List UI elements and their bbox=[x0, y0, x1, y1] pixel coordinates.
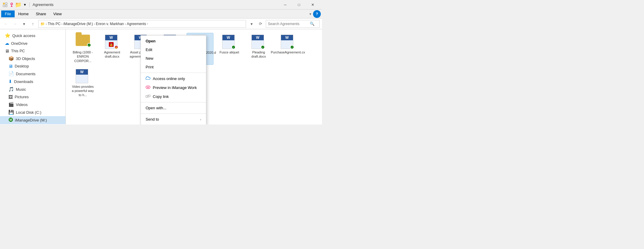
menu-share[interactable]: Share bbox=[32, 10, 50, 17]
pin-icon[interactable] bbox=[9, 2, 14, 7]
breadcrumb-imanage[interactable]: iManageDrive (M:) bbox=[63, 22, 93, 26]
onedrive-icon: ☁ bbox=[5, 41, 9, 46]
context-menu: Open Edit New Print Access online only bbox=[141, 35, 206, 124]
breadcrumb-bar[interactable]: 📁 › This PC › iManageDrive (M:) › Enron … bbox=[38, 20, 246, 28]
eye-icon bbox=[146, 85, 150, 90]
ctx-sep-3 bbox=[141, 113, 206, 114]
downloads-icon: ⬇ bbox=[8, 79, 12, 84]
menu-home[interactable]: Home bbox=[15, 10, 32, 17]
badge-green-pleading: ✓ bbox=[261, 45, 265, 49]
menu-file[interactable]: File bbox=[1, 10, 15, 17]
title-bar: 📁 ▾ Agreements ─ □ ✕ bbox=[0, 0, 322, 10]
sidebar-label-this-pc: This PC bbox=[11, 49, 25, 53]
breadcrumb-agreements[interactable]: Agreements bbox=[127, 22, 146, 26]
help-button[interactable]: ? bbox=[313, 10, 321, 18]
sidebar-item-music[interactable]: 🎵 Music bbox=[0, 85, 65, 93]
ctx-edit[interactable]: Edit bbox=[141, 45, 206, 54]
badge-green-fusce: ✓ bbox=[231, 45, 236, 49]
music-icon: 🎵 bbox=[8, 87, 14, 92]
ctx-preview-imanage[interactable]: Preview in iManage Work bbox=[141, 83, 206, 92]
folder-icon-billing: ✓ bbox=[76, 35, 90, 49]
refresh-button[interactable]: ⟳ bbox=[257, 20, 264, 27]
title-bar-icons: 📁 ▾ bbox=[2, 2, 28, 7]
sidebar-label-music: Music bbox=[16, 87, 26, 92]
badge-green-billing: ✓ bbox=[87, 43, 91, 47]
word-icon-pleading: W ✓ bbox=[251, 35, 266, 49]
forward-button[interactable]: → bbox=[11, 20, 19, 27]
sidebar-item-downloads[interactable]: ⬇ Downloads bbox=[0, 78, 65, 85]
close-button[interactable]: ✕ bbox=[306, 0, 320, 10]
this-pc-icon: 🖥 bbox=[5, 48, 9, 53]
ctx-open-with-label: Open with... bbox=[146, 106, 166, 110]
sidebar-item-pictures[interactable]: 🖼 Pictures bbox=[0, 93, 65, 101]
desktop-icon: 🖥 bbox=[8, 64, 13, 69]
quick-access-icon[interactable] bbox=[2, 2, 8, 7]
dropdown-arrow-icon[interactable]: ▾ bbox=[22, 2, 28, 7]
svg-text:🔒: 🔒 bbox=[109, 43, 113, 47]
ctx-preview-label: Preview in iManage Work bbox=[153, 85, 197, 90]
ctx-print[interactable]: Print bbox=[141, 63, 206, 71]
sidebar: ⭐ Quick access ☁ OneDrive 🖥 This PC 📦 3D… bbox=[0, 29, 66, 124]
breadcrumb-expand-icon[interactable]: › bbox=[147, 22, 148, 25]
file-label-video: Video provides a powerful way to h... bbox=[71, 84, 94, 97]
file-label-billing: Billing (1000 - ENRON CORPOR... bbox=[71, 50, 94, 63]
folder-title-icon: 📁 bbox=[16, 2, 21, 7]
sidebar-item-imanage[interactable]: M iManageDrive (M:) bbox=[0, 116, 65, 124]
documents-icon: 📄 bbox=[8, 71, 14, 76]
sidebar-item-local-disk[interactable]: 💾 Local Disk (C:) bbox=[0, 108, 65, 116]
link-icon bbox=[146, 94, 150, 99]
file-item-purchase-agreement[interactable]: W ✓ PurchaseAgreement.cx bbox=[274, 33, 301, 65]
ctx-access-online[interactable]: Access online only bbox=[141, 74, 206, 83]
sidebar-item-videos[interactable]: 🎬 Videos bbox=[0, 101, 65, 108]
maximize-button[interactable]: □ bbox=[292, 0, 306, 10]
minimize-button[interactable]: ─ bbox=[278, 0, 292, 10]
sidebar-item-quick-access[interactable]: ⭐ Quick access bbox=[0, 32, 65, 39]
svg-rect-3 bbox=[5, 5, 7, 7]
breadcrumb-enron[interactable]: Enron v. Markhan bbox=[96, 22, 124, 26]
file-area: ✓ Billing (1000 - ENRON CORPOR... W 🔒 🔒 … bbox=[66, 29, 322, 124]
svg-rect-2 bbox=[3, 5, 5, 7]
sidebar-item-documents[interactable]: 📄 Documents bbox=[0, 70, 65, 78]
ctx-open-label: Open bbox=[146, 39, 155, 43]
file-item-pleading[interactable]: W ✓ Pleading draft.docx bbox=[245, 33, 272, 65]
ctx-new[interactable]: New bbox=[141, 54, 206, 63]
sidebar-item-desktop[interactable]: 🖥 Desktop bbox=[0, 62, 65, 70]
ctx-edit-label: Edit bbox=[146, 47, 152, 52]
breadcrumb-this-pc[interactable]: This PC bbox=[48, 22, 61, 26]
search-input[interactable] bbox=[268, 22, 310, 26]
collapse-ribbon-icon[interactable]: ▾ bbox=[309, 12, 311, 16]
word-icon-fusce: W ✓ bbox=[222, 35, 236, 49]
sidebar-label-desktop: Desktop bbox=[15, 64, 29, 68]
up-button[interactable]: ↑ bbox=[29, 20, 36, 27]
svg-text:M: M bbox=[10, 118, 12, 122]
ctx-print-label: Print bbox=[146, 65, 154, 69]
sidebar-label-onedrive: OneDrive bbox=[11, 41, 28, 46]
title-bar-separator bbox=[29, 2, 30, 7]
ctx-send-to[interactable]: Send to › bbox=[141, 115, 206, 124]
sidebar-item-onedrive[interactable]: ☁ OneDrive bbox=[0, 39, 65, 47]
file-item-agreement-draft[interactable]: W 🔒 🔒 Agreement draft.docx bbox=[99, 33, 126, 65]
address-dropdown-button[interactable]: ▾ bbox=[248, 20, 255, 27]
file-item-billing[interactable]: ✓ Billing (1000 - ENRON CORPOR... bbox=[69, 33, 96, 65]
file-label-agreement-draft: Agreement draft.docx bbox=[100, 50, 124, 59]
menu-view[interactable]: View bbox=[50, 10, 65, 17]
back-button[interactable]: ← bbox=[2, 20, 10, 27]
file-label-purchase-agreement: PurchaseAgreement.cx bbox=[271, 50, 305, 54]
sidebar-label-3d-objects: 3D Objects bbox=[16, 56, 35, 61]
badge-green-purchase: ✓ bbox=[290, 45, 294, 49]
window-controls: ─ □ ✕ bbox=[278, 0, 320, 10]
file-item-fusce[interactable]: W ✓ Fusce aliquet bbox=[216, 33, 243, 65]
file-item-video[interactable]: W Video provides a powerful way to h... bbox=[69, 67, 96, 99]
ctx-copy-link[interactable]: Copy link bbox=[141, 92, 206, 101]
sidebar-item-3d-objects[interactable]: 📦 3D Objects bbox=[0, 55, 65, 62]
sidebar-item-this-pc[interactable]: 🖥 This PC bbox=[0, 47, 65, 55]
svg-rect-1 bbox=[5, 3, 7, 4]
search-icon[interactable]: 🔍 bbox=[310, 21, 315, 26]
sidebar-label-pictures: Pictures bbox=[15, 95, 29, 99]
local-disk-icon: 💾 bbox=[8, 110, 14, 115]
ctx-open[interactable]: Open bbox=[141, 37, 206, 45]
recent-locations-button[interactable]: ▾ bbox=[20, 20, 28, 27]
word-icon-video: W bbox=[76, 69, 90, 83]
search-box[interactable]: 🔍 bbox=[266, 20, 320, 28]
ctx-open-with[interactable]: Open with... bbox=[141, 104, 206, 112]
